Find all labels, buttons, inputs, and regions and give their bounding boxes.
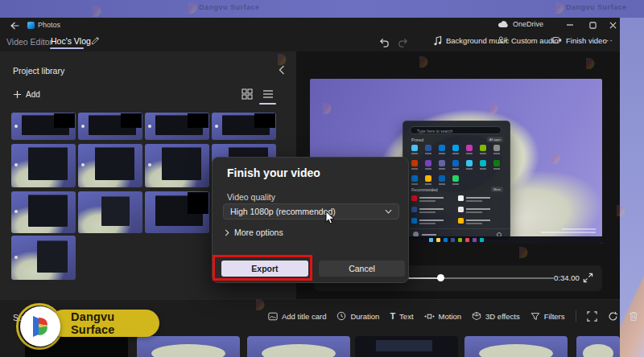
library-thumbnail[interactable] [145,191,209,233]
cloud-icon [497,20,509,28]
custom-audio-button[interactable]: Custom audio [497,35,559,45]
add-media-button[interactable]: Add [13,90,40,99]
library-thumbnail[interactable] [145,144,209,187]
text-icon: T [390,312,395,321]
storyboard-clip[interactable] [576,336,620,357]
plus-icon [13,90,22,99]
onedrive-label: OneDrive [513,20,543,28]
add-title-card-button[interactable]: Add title card [268,312,326,321]
pinned-label: Pinned [411,138,423,142]
recommended-item [411,217,458,228]
library-thumbnail[interactable] [11,191,76,233]
storyboard-clip[interactable] [137,336,240,357]
thumbnail-content [162,147,202,180]
storyboard-clip[interactable] [247,336,350,357]
start-menu-app-icon [493,160,500,166]
rotate-button[interactable] [608,311,618,322]
motion-button[interactable]: Motion [424,312,462,321]
thumbnail-select-dot [14,256,18,259]
grid-view-icon[interactable] [242,88,253,100]
start-menu-app-icon [425,175,431,182]
thumbnail-select-dot [148,125,151,128]
start-menu-app-icon [439,160,445,166]
duration-button[interactable]: Duration [336,311,379,321]
taskbar-app-icon [429,238,433,242]
library-thumbnail[interactable] [212,113,276,140]
breadcrumb-separator-icon: › [44,37,47,46]
library-thumbnail[interactable] [11,144,76,187]
rename-pencil-icon[interactable] [90,36,100,46]
more-options-icon[interactable]: ··· [602,35,613,45]
library-thumbnail[interactable] [145,113,209,140]
start-menu-search-bar: Type here to search [410,126,502,134]
more-options-expander[interactable]: More options [225,228,283,237]
video-quality-value: High 1080p (recommended) [230,207,336,216]
thumbnail-select-dot [14,125,18,128]
start-menu-app-icon [411,160,418,166]
redo-icon[interactable] [398,37,409,47]
playback-time: 0:34.00 [554,273,580,282]
library-thumbnail[interactable] [78,191,142,233]
thumbnail-content [28,147,68,180]
library-thumbnail[interactable] [78,144,142,187]
library-thumbnail[interactable] [11,236,76,280]
video-quality-label: Video quality [227,192,275,202]
close-button[interactable] [605,19,620,31]
thumbnail-content [89,115,136,134]
mouse-cursor [325,211,336,225]
minimize-button[interactable] [563,19,577,31]
recommended-list [411,195,505,228]
photos-app-icon [27,22,35,29]
motion-icon [424,312,435,321]
app-title: Photos [38,21,60,29]
finish-video-button[interactable]: Finish video [552,35,607,45]
duration-label: Duration [350,312,379,321]
video-preview-start-menu: Type here to search Pinned All apps Reco… [402,121,510,240]
finish-video-icon [552,35,562,45]
onedrive-button[interactable]: OneDrive [497,20,543,28]
start-menu-app-icon [439,175,445,182]
maximize-button[interactable] [585,19,600,31]
recommended-item [458,206,505,217]
thumbnail-content [37,240,68,273]
undo-icon[interactable] [378,37,390,47]
video-quality-dropdown[interactable]: High 1080p (recommended) [223,203,399,220]
seek-thumb[interactable] [437,274,444,281]
fullscreen-icon[interactable] [583,273,593,283]
library-thumbnail[interactable] [11,113,76,140]
back-button[interactable] [10,21,20,31]
list-view-icon[interactable] [262,88,274,100]
thumbnail-content [28,195,68,227]
taskbar-app-icon [458,238,462,242]
storyboard-clip[interactable] [464,336,568,357]
effects-3d-button[interactable]: 3D effects [472,311,520,321]
library-thumbnail[interactable] [78,113,142,140]
storyboard-clip[interactable] [355,336,458,357]
brand-name: Dangvu Surface [71,310,159,336]
thumbnail-content [95,147,135,180]
crop-frame-button[interactable] [587,311,597,322]
breadcrumb-project[interactable]: Hoc's Vlog [51,36,91,46]
start-menu-app-icon [480,160,486,166]
thumbnail-content [222,115,270,134]
chevron-down-icon [385,209,392,214]
clip-toolbar: Add title card Duration T Text Motion 3D… [268,310,644,322]
start-menu-app-icon [493,145,500,151]
cancel-button[interactable]: Cancel [319,261,405,277]
thumbnail-select-dot [14,163,18,166]
clock-icon [336,311,346,321]
custom-audio-icon [497,35,507,45]
os-evaluation-watermark [539,227,596,233]
start-menu-divider [403,228,510,229]
cube-3d-icon [472,311,481,321]
start-menu-app-icon [466,145,473,151]
toolbar-divider [576,310,576,322]
delete-button[interactable] [629,311,638,322]
thumbnail-select-dot [215,125,218,128]
filters-button[interactable]: Filters [530,312,565,321]
text-button[interactable]: T Text [390,312,413,321]
collapse-panel-chevron-icon[interactable] [279,65,285,75]
start-menu-app-grid [411,145,508,191]
thumbnail-select-dot [148,163,151,166]
thumbnail-content [101,196,130,225]
